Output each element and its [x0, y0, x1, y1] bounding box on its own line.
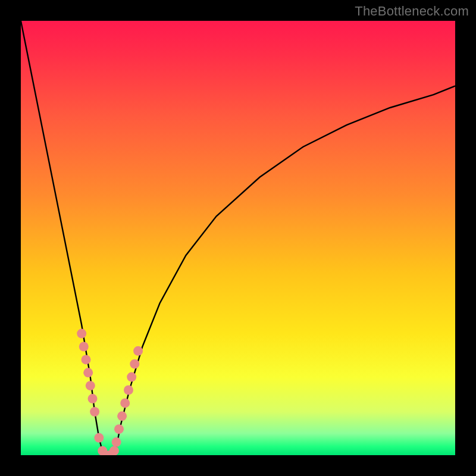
highlight-dot [83, 368, 93, 377]
highlight-dot [133, 346, 143, 356]
highlight-dot [124, 386, 133, 395]
highlight-dot [94, 433, 104, 443]
highlight-dot [114, 424, 124, 434]
highlight-dot [109, 446, 119, 455]
watermark-text: TheBottleneck.com [355, 4, 469, 19]
highlight-dot [120, 398, 130, 408]
highlight-dot [90, 407, 99, 416]
highlight-dot [82, 355, 91, 364]
highlight-dot [117, 411, 127, 421]
highlight-dot [88, 394, 98, 403]
highlight-dot [86, 381, 95, 390]
highlight-dot [112, 437, 121, 447]
highlight-dot [79, 342, 89, 352]
bottleneck-curve [21, 21, 455, 455]
highlight-dots-group [77, 329, 143, 455]
curve-overlay [21, 21, 455, 455]
plot-area [21, 21, 455, 455]
highlight-dot [130, 359, 139, 369]
highlight-dot [77, 329, 86, 339]
highlight-dot [127, 372, 136, 382]
chart-frame: TheBottleneck.com [0, 0, 476, 476]
